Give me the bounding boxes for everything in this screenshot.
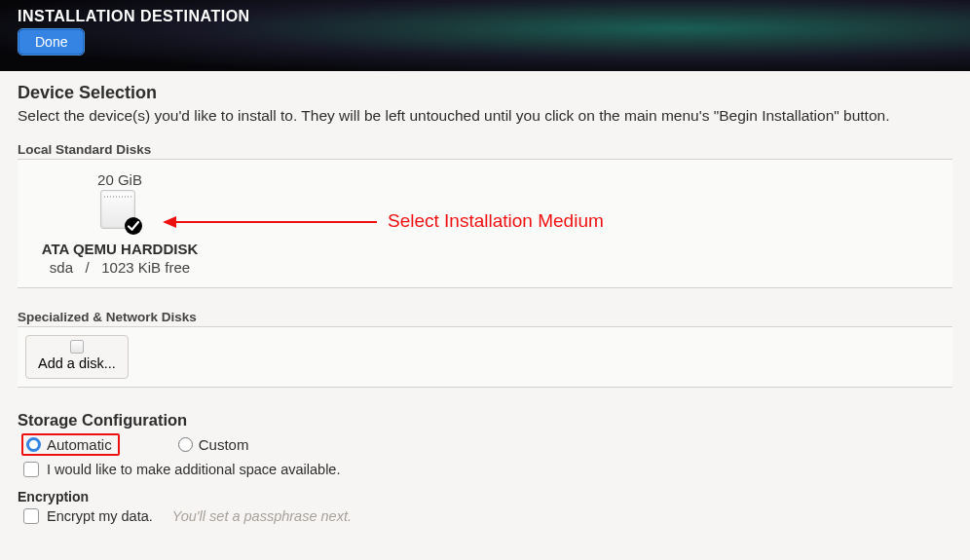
disk-dev: sda (50, 259, 73, 276)
harddisk-icon (100, 190, 139, 233)
radio-custom-label: Custom (199, 436, 249, 453)
checkbox-encrypt[interactable] (23, 508, 39, 524)
disk-subline: sda / 1023 KiB free (50, 259, 190, 276)
local-disks-well: 20 GiB ATA QEMU HARDDISK sda / 1023 KiB … (18, 159, 952, 288)
radio-automatic[interactable] (26, 437, 41, 452)
disk-sep: / (86, 259, 90, 276)
device-selection-description: Select the device(s) you'd like to insta… (18, 107, 952, 125)
header-bar: INSTALLATION DESTINATION Done (0, 0, 970, 71)
radio-custom[interactable] (178, 437, 193, 452)
checkbox-make-space[interactable] (23, 462, 39, 477)
disk-small-icon (70, 340, 84, 354)
device-selection-heading: Device Selection (18, 83, 952, 103)
done-button[interactable]: Done (19, 29, 84, 55)
disk-item[interactable]: 20 GiB ATA QEMU HARDDISK sda / 1023 KiB … (27, 171, 212, 276)
network-disks-label: Specialized & Network Disks (18, 310, 952, 324)
encryption-heading: Encryption (18, 489, 952, 504)
local-disks-label: Local Standard Disks (18, 142, 952, 157)
disk-capacity: 20 GiB (97, 171, 142, 188)
annotation-highlight-automatic: Automatic (21, 433, 120, 456)
checkbox-encrypt-label: Encrypt my data. (47, 508, 153, 524)
radio-automatic-label: Automatic (47, 436, 112, 453)
disk-name: ATA QEMU HARDDISK (42, 241, 199, 257)
add-disk-button[interactable]: Add a disk... (25, 335, 129, 379)
network-disks-well: Add a disk... (18, 326, 952, 388)
page-title: INSTALLATION DESTINATION (18, 8, 952, 25)
check-circle-icon (125, 217, 142, 235)
add-disk-label: Add a disk... (38, 355, 116, 372)
disk-free: 1023 KiB free (101, 259, 190, 276)
encrypt-hint: You'll set a passphrase next. (172, 508, 352, 524)
checkbox-make-space-label: I would like to make additional space av… (47, 462, 340, 477)
storage-config-heading: Storage Configuration (18, 411, 952, 429)
